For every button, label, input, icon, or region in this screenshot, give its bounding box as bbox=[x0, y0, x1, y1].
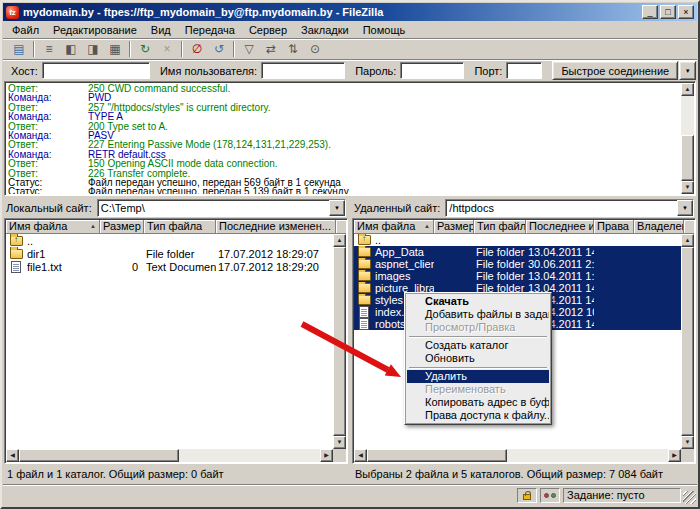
minimize-button[interactable]: _ bbox=[642, 5, 658, 19]
scroll-down-icon[interactable]: ▼ bbox=[681, 436, 694, 449]
scroll-right-icon[interactable]: ▶ bbox=[668, 449, 681, 462]
remote-vscroll-thumb[interactable] bbox=[681, 247, 694, 436]
quickconnect-button[interactable]: Быстрое соединение bbox=[552, 61, 678, 80]
context-menu-separator bbox=[407, 334, 549, 339]
context-menu-item[interactable]: Копировать адрес в буфер обмена bbox=[407, 396, 549, 409]
toggle-remote-tree-icon[interactable]: ◨ bbox=[83, 40, 103, 58]
reconnect-icon[interactable]: ↺ bbox=[209, 40, 229, 58]
file-row[interactable]: .. bbox=[6, 234, 333, 247]
column-header[interactable]: Тип файла bbox=[474, 220, 526, 234]
find-icon[interactable]: ⊙ bbox=[305, 40, 325, 58]
column-header[interactable]: Последние изменен... bbox=[216, 220, 336, 234]
file-row[interactable]: imagesFile folder13.04.2011 1:0... bbox=[354, 270, 681, 282]
cell-name: App_Data bbox=[354, 246, 434, 258]
file-row[interactable]: dir1File folder17.07.2012 18:29:07 bbox=[6, 247, 333, 260]
close-button[interactable]: × bbox=[678, 5, 694, 19]
quickconnect-dropdown-icon[interactable]: ▼ bbox=[679, 61, 696, 80]
local-hscroll-thumb[interactable] bbox=[19, 449, 179, 462]
scrollbar-corner bbox=[681, 449, 694, 462]
file-row[interactable]: .. bbox=[354, 234, 681, 246]
folder-icon bbox=[358, 283, 371, 293]
combo-dropdown-icon[interactable]: ▼ bbox=[329, 200, 345, 216]
menu-item[interactable]: Сервер bbox=[242, 22, 294, 38]
remote-path: /httpdocs bbox=[446, 200, 677, 216]
column-header[interactable]: Владелец/... bbox=[634, 220, 684, 234]
column-header[interactable]: Размер bbox=[434, 220, 474, 234]
file-row[interactable]: file1.txt0Text Document17.07.2012 18:29:… bbox=[6, 260, 333, 273]
remote-hscroll-thumb[interactable] bbox=[367, 449, 507, 462]
scroll-down-icon[interactable]: ▼ bbox=[681, 181, 694, 194]
context-menu-item[interactable]: Права доступа к файлу... bbox=[407, 409, 549, 422]
cell-type: File folder bbox=[474, 246, 526, 258]
maximize-button[interactable]: □ bbox=[660, 5, 676, 19]
remote-path-combo[interactable]: /httpdocs ▼ bbox=[445, 199, 694, 217]
filezilla-logo-icon: fz bbox=[6, 6, 19, 19]
column-header[interactable]: Тип файла bbox=[144, 220, 216, 234]
context-menu-item[interactable]: Добавить файлы в задание bbox=[407, 308, 549, 321]
message-log[interactable]: Ответ:250 CWD command successful.Команда… bbox=[4, 81, 696, 196]
combo-dropdown-icon[interactable]: ▼ bbox=[677, 200, 693, 216]
compare-icon[interactable]: ⇄ bbox=[261, 40, 281, 58]
username-input[interactable] bbox=[261, 62, 345, 79]
toggle-log-icon[interactable]: ≡ bbox=[39, 40, 59, 58]
queue-status: Задание: пусто bbox=[563, 488, 681, 503]
context-menu-item[interactable]: Скачать bbox=[407, 295, 549, 308]
column-header[interactable]: Размер bbox=[100, 220, 144, 234]
toggle-queue-icon[interactable]: ▦ bbox=[105, 40, 125, 58]
cell-modified bbox=[216, 234, 333, 247]
folder-icon bbox=[358, 271, 371, 281]
local-vscrollbar[interactable]: ▲ ▼ bbox=[333, 234, 346, 449]
column-header[interactable]: Права bbox=[594, 220, 634, 234]
local-file-list[interactable]: Имя файла▲РазмерТип файлаПоследние измен… bbox=[4, 218, 348, 464]
host-input[interactable] bbox=[42, 62, 150, 79]
refresh-icon[interactable]: ↻ bbox=[135, 40, 155, 58]
column-header[interactable]: Имя файла▲ bbox=[354, 220, 434, 234]
scroll-left-icon[interactable]: ◀ bbox=[354, 449, 367, 462]
file-row[interactable]: aspnet_clientFile folder30.06.2011 2:1..… bbox=[354, 258, 681, 270]
scroll-left-icon[interactable]: ◀ bbox=[6, 449, 19, 462]
port-input[interactable] bbox=[506, 62, 542, 79]
local-path-combo[interactable]: C:\Temp\ ▼ bbox=[97, 199, 346, 217]
column-header[interactable]: Последнее изм... bbox=[526, 220, 594, 234]
window-title: mydomain.by - ftpes://ftp_mydomain_by@ft… bbox=[23, 6, 640, 18]
menu-item[interactable]: Передача bbox=[178, 22, 242, 38]
context-menu-item[interactable]: Удалить bbox=[407, 370, 549, 383]
file-row[interactable]: App_DataFile folder13.04.2011 14:2... bbox=[354, 246, 681, 258]
disconnect-icon[interactable]: ∅ bbox=[187, 40, 207, 58]
menu-item[interactable]: Закладки bbox=[294, 22, 356, 38]
menu-item[interactable]: Файл bbox=[5, 22, 46, 38]
menu-item[interactable]: Редактирование bbox=[46, 22, 144, 38]
cell-name: images bbox=[354, 270, 434, 282]
scroll-down-icon[interactable]: ▼ bbox=[333, 436, 346, 449]
log-scrollbar[interactable]: ▲ ▼ bbox=[681, 83, 694, 194]
context-menu-item[interactable]: Обновить bbox=[407, 352, 549, 365]
remote-hscrollbar[interactable]: ◀ ▶ bbox=[354, 449, 681, 462]
menu-item[interactable]: Помощь bbox=[356, 22, 413, 38]
menu-item[interactable]: Вид bbox=[144, 22, 178, 38]
cell-owner bbox=[634, 246, 681, 258]
resize-grip-icon[interactable] bbox=[683, 491, 696, 504]
remote-vscrollbar[interactable]: ▲ ▼ bbox=[681, 234, 694, 449]
filezilla-window: fz mydomain.by - ftpes://ftp_mydomain_by… bbox=[0, 0, 700, 509]
log-scrollbar-thumb[interactable] bbox=[681, 135, 694, 181]
encryption-lock-icon bbox=[517, 488, 537, 503]
site-manager-icon[interactable]: ▤ bbox=[9, 40, 29, 58]
local-panel-header: Локальный сайт: C:\Temp\ ▼ bbox=[4, 198, 348, 218]
toolbar-separator bbox=[181, 41, 183, 57]
local-vscroll-thumb[interactable] bbox=[333, 247, 346, 436]
scroll-up-icon[interactable]: ▲ bbox=[681, 83, 694, 96]
local-hscrollbar[interactable]: ◀ ▶ bbox=[6, 449, 333, 462]
toggle-local-tree-icon[interactable]: ◧ bbox=[61, 40, 81, 58]
file-icon bbox=[359, 318, 369, 330]
scroll-up-icon[interactable]: ▲ bbox=[681, 234, 694, 247]
password-input[interactable] bbox=[400, 62, 464, 79]
column-header[interactable]: Имя файла▲ bbox=[6, 220, 100, 234]
scroll-right-icon[interactable]: ▶ bbox=[320, 449, 333, 462]
cell-size bbox=[434, 246, 474, 258]
sync-browse-icon[interactable]: ⇅ bbox=[283, 40, 303, 58]
cell-size bbox=[434, 258, 474, 270]
context-menu-item[interactable]: Создать каталог bbox=[407, 339, 549, 352]
cancel-icon[interactable]: × bbox=[157, 40, 177, 58]
scroll-up-icon[interactable]: ▲ bbox=[333, 234, 346, 247]
filter-icon[interactable]: ▽ bbox=[239, 40, 259, 58]
